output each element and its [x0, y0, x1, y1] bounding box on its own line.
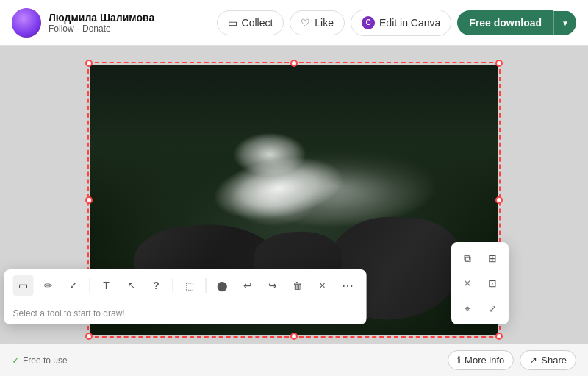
avatar[interactable]: [12, 8, 41, 38]
drawing-toolbar: ▭ ✏ ✓ T ↖ ? ⬚ ⬤ ↩ ↪ 🗑 ✕ ⋯ Select a tool …: [4, 269, 367, 324]
heart-icon: ♡: [301, 17, 310, 29]
free-download-button[interactable]: Free download: [457, 10, 553, 35]
checkmark-icon: ✓: [12, 355, 20, 366]
edit-in-canva-button[interactable]: C Edit in Canva: [351, 10, 451, 36]
header: Людмила Шалимова Follow · Donate ▭ Colle…: [0, 0, 588, 46]
bottom-bar: ✓ Free to use ℹ More info ↗ Share: [0, 344, 588, 376]
like-label: Like: [315, 17, 334, 29]
toolbar-separator-3: [206, 278, 207, 293]
bottom-right-actions: ℹ More info ↗ Share: [448, 350, 576, 370]
share-button[interactable]: ↗ Share: [520, 350, 576, 370]
follow-link[interactable]: Follow: [49, 24, 74, 34]
more-info-button[interactable]: ℹ More info: [448, 350, 514, 370]
text-tool-button[interactable]: T: [96, 275, 117, 296]
user-meta: Follow · Donate: [49, 24, 154, 34]
hint-text: Select a tool to start to draw!: [13, 308, 125, 319]
more-button[interactable]: ⋯: [337, 275, 358, 296]
copy-layer-button[interactable]: ⧉: [456, 246, 479, 270]
main-area: ▭ ✏ ✓ T ↖ ? ⬚ ⬤ ↩ ↪ 🗑 ✕ ⋯ Select a tool …: [0, 46, 588, 376]
collect-button[interactable]: ▭ Collect: [217, 10, 284, 35]
canva-icon: C: [362, 16, 375, 29]
download-dropdown-arrow[interactable]: ▼: [553, 11, 576, 35]
header-actions: ▭ Collect ♡ Like C Edit in Canva Free do…: [217, 10, 576, 36]
crop-button[interactable]: ⊡: [481, 272, 504, 295]
help-button[interactable]: ?: [146, 275, 167, 296]
collect-icon: ▭: [228, 17, 237, 29]
redo-button[interactable]: ↪: [262, 275, 283, 296]
toolbar-separator-1: [90, 278, 90, 293]
clear-button[interactable]: ✕: [312, 275, 333, 296]
grid-button[interactable]: ⊞: [481, 246, 504, 270]
download-button-group: Free download ▼: [457, 10, 576, 35]
share-icon: ↗: [529, 355, 537, 366]
like-button[interactable]: ♡ Like: [290, 10, 345, 35]
delete-button[interactable]: 🗑: [287, 275, 308, 296]
more-info-label: More info: [465, 355, 504, 366]
pencil-tool-button[interactable]: ✏: [38, 275, 59, 296]
confirm-button[interactable]: ✓: [63, 275, 84, 296]
pin-button[interactable]: ⌖: [456, 297, 479, 320]
collect-label: Collect: [242, 17, 273, 29]
cursor-tool-button[interactable]: ↖: [121, 275, 142, 296]
image-tool-button[interactable]: ⬚: [179, 275, 200, 296]
share-label: Share: [541, 355, 567, 366]
toolbar-separator-2: [173, 278, 173, 293]
info-icon: ℹ: [457, 355, 461, 366]
user-name: Людмила Шалимова: [49, 12, 154, 24]
free-to-use-text: Free to use: [23, 355, 68, 366]
close-panel-button[interactable]: ✕: [456, 272, 479, 295]
rectangle-tool-button[interactable]: ▭: [13, 275, 34, 296]
fullscreen-button[interactable]: ⤢: [481, 297, 504, 320]
user-info: Людмила Шалимова Follow · Donate: [12, 8, 154, 38]
donate-link[interactable]: Donate: [82, 24, 111, 34]
fill-button[interactable]: ⬤: [212, 275, 233, 296]
toolbar-tools: ▭ ✏ ✓ T ↖ ? ⬚ ⬤ ↩ ↪ 🗑 ✕ ⋯: [4, 269, 367, 302]
separator: ·: [77, 24, 79, 34]
chevron-down-icon: ▼: [562, 19, 569, 27]
free-to-use-label: ✓ Free to use: [12, 355, 68, 366]
edit-canva-label: Edit in Canva: [379, 17, 440, 29]
toolbar-hint: Select a tool to start to draw!: [4, 302, 367, 324]
undo-button[interactable]: ↩: [237, 275, 258, 296]
right-panel-toolbar: ⧉ ⊞ ✕ ⊡ ⌖ ⤢: [451, 242, 509, 324]
user-details: Людмила Шалимова Follow · Donate: [49, 12, 154, 34]
